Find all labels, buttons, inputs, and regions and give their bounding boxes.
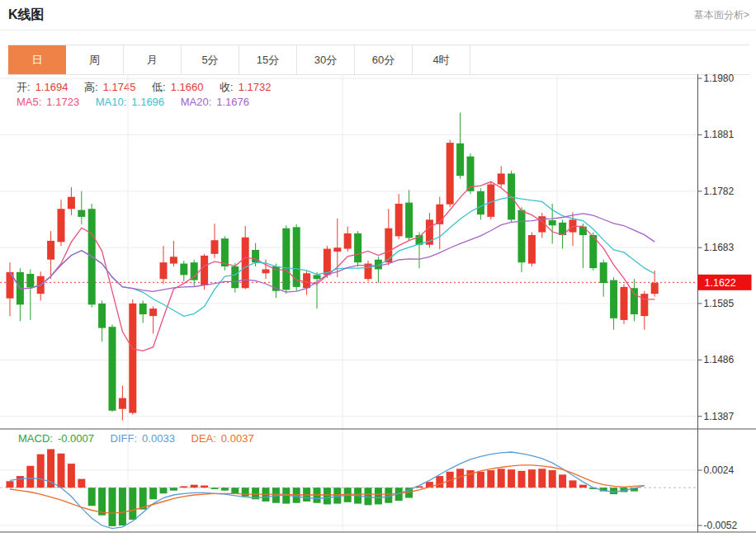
macd-bar (487, 470, 494, 488)
macd-bar (170, 488, 177, 491)
macd-bar (538, 469, 546, 488)
candle-body (149, 309, 157, 316)
candle-body (610, 280, 617, 318)
candle-body (640, 294, 648, 316)
macd-bar (221, 488, 229, 491)
candle-body (58, 209, 65, 242)
interval-tabbar: 日周月5分15分30分60分4时 (8, 45, 749, 75)
macd-bar (518, 471, 526, 488)
axis-labels: 1.19801.18811.17821.16831.15851.14861.13… (698, 74, 738, 531)
candle-body (528, 235, 536, 264)
tab-15分[interactable]: 15分 (239, 45, 297, 74)
ma10-line (10, 197, 654, 316)
macd-bar (242, 488, 249, 497)
macd-bar (211, 488, 219, 489)
candle-body (477, 191, 484, 214)
kline-chart[interactable]: 1.19801.18811.17821.16831.15851.14861.13… (0, 74, 756, 537)
macd-bar (180, 486, 187, 488)
candle-body (354, 233, 361, 262)
fundamental-analysis-link[interactable]: 基本面分析> (694, 8, 749, 22)
candle-body (180, 264, 187, 276)
macd-bar (498, 469, 505, 488)
ma20-line (10, 214, 654, 292)
tab-30分[interactable]: 30分 (297, 45, 355, 74)
macd-bar (119, 488, 126, 525)
candle-body (282, 228, 290, 290)
macd-bar (559, 474, 566, 488)
macd-bar (37, 455, 45, 488)
macd-bar (569, 480, 577, 488)
macd-bar (7, 481, 14, 488)
candle-body (231, 266, 239, 288)
axis-tick-label: 1.1486 (704, 354, 735, 365)
candle-body (518, 210, 526, 263)
page-title: K线图 (8, 7, 45, 24)
tab-4时[interactable]: 4时 (413, 45, 470, 74)
macd-bar (436, 476, 443, 488)
tab-5分[interactable]: 5分 (182, 45, 239, 74)
macd-bar (149, 488, 157, 499)
macd-bar (58, 454, 65, 488)
candle-body (651, 283, 659, 294)
axis-tick-label: 1.1881 (704, 129, 735, 140)
macd-bar (88, 488, 96, 506)
macd-bar (528, 469, 536, 488)
axis-tick-label: 1.1782 (704, 186, 735, 197)
macd-bar (610, 488, 617, 494)
axis-tick-label: 1.1387 (704, 411, 735, 422)
candle-body (211, 240, 219, 254)
macd-bar (160, 488, 168, 493)
candle-body (139, 304, 147, 314)
candle-body (621, 287, 628, 320)
axis-tick-label: -0.0052 (704, 520, 738, 531)
macd-bar (129, 488, 136, 520)
candle-body (344, 233, 352, 249)
candle-body (160, 262, 168, 279)
candle-body (170, 257, 177, 263)
candle-body (456, 144, 464, 176)
candle-body (600, 262, 607, 283)
macd-bar (78, 479, 85, 488)
candle-body (498, 173, 505, 184)
axis-tick-label: 0.0024 (704, 464, 735, 476)
macd-bar (17, 476, 24, 488)
candle-body (631, 288, 638, 314)
current-price-badge-label: 1.1622 (705, 277, 736, 289)
macd-bar (231, 488, 239, 493)
candle-body (314, 275, 321, 279)
tab-60分[interactable]: 60分 (355, 45, 413, 74)
chart-gridlines (0, 74, 698, 532)
axis-tick-label: 1.1980 (704, 74, 735, 84)
axis-tick-label: 1.1585 (704, 298, 735, 309)
candle-body (109, 327, 116, 411)
candle-body (98, 304, 106, 328)
macd-bar (191, 485, 198, 488)
macd-bar (324, 488, 331, 504)
tab-月[interactable]: 月 (124, 45, 182, 74)
macd-bar (68, 464, 75, 488)
candle-body (447, 143, 454, 205)
macd-bar (98, 488, 106, 516)
candle-body (303, 273, 310, 288)
macd-bar (109, 488, 116, 526)
candle-body (129, 304, 136, 413)
candle-body (26, 274, 34, 288)
candle-body (78, 210, 85, 217)
macd-bar (549, 470, 556, 488)
candle-body (201, 256, 208, 285)
tab-周[interactable]: 周 (66, 45, 124, 74)
tab-日[interactable]: 日 (8, 45, 66, 74)
candle-body (405, 203, 413, 238)
macd-bar (508, 469, 515, 488)
candle-body (119, 398, 126, 409)
macd-bar (201, 486, 208, 488)
candle-body (47, 241, 54, 260)
candle-body (262, 269, 270, 273)
candle-body (395, 204, 403, 236)
candle-body (579, 227, 587, 235)
macd-bar (26, 466, 34, 488)
candle-body (191, 262, 198, 280)
candle-body (549, 220, 556, 225)
ma5-line (10, 181, 654, 351)
candle-body (221, 238, 229, 266)
